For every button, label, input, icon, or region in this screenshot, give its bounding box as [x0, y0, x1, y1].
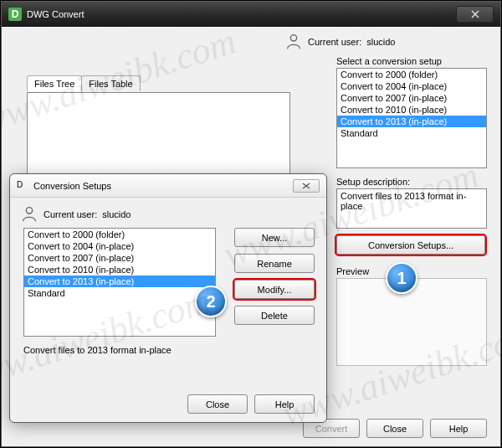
svg-point-0: [290, 35, 296, 41]
list-item[interactable]: Convert to 2007 (in-place): [337, 92, 486, 104]
modify-button[interactable]: Modify...: [234, 280, 315, 299]
list-item[interactable]: Convert to 2000 (folder): [337, 69, 486, 80]
setup-desc-box: Convert files to 2013 format in-place: [336, 188, 487, 229]
list-item[interactable]: Convert to 2007 (in-place): [24, 252, 215, 264]
dialog-close-button[interactable]: [293, 179, 320, 193]
titlebar[interactable]: D DWG Convert: [2, 2, 500, 27]
list-item[interactable]: Convert to 2013 (in-place): [337, 116, 486, 127]
dialog-setup-list[interactable]: Convert to 2000 (folder)Convert to 2004 …: [23, 228, 216, 337]
list-item[interactable]: Standard: [24, 287, 215, 299]
step-badge-1: 1: [386, 262, 417, 294]
current-user-label: Current user:: [44, 209, 97, 219]
new-button[interactable]: New...: [234, 228, 315, 247]
preview-box: [336, 278, 487, 366]
conversion-setup-list[interactable]: Convert to 2000 (folder)Convert to 2004 …: [336, 68, 487, 168]
close-button[interactable]: [456, 6, 494, 23]
list-item[interactable]: Standard: [337, 127, 486, 139]
user-icon: [20, 204, 38, 224]
list-item[interactable]: Convert to 2000 (folder): [24, 229, 215, 240]
dialog-desc-text: Convert files to 2013 format in-place: [23, 345, 172, 355]
dialog-titlebar[interactable]: D Conversion Setups: [10, 174, 326, 198]
tab-files-tree[interactable]: Files Tree: [27, 75, 82, 91]
svg-point-1: [26, 208, 32, 214]
app-icon: D: [17, 180, 28, 192]
step-badge-2: 2: [195, 286, 227, 317]
tab-files-table[interactable]: Files Table: [81, 75, 140, 91]
rename-button[interactable]: Rename: [234, 254, 315, 273]
help-button-main[interactable]: Help: [430, 419, 487, 438]
setup-desc-label: Setup description:: [336, 177, 487, 187]
user-icon: [284, 32, 303, 52]
close-x-icon: [302, 183, 310, 189]
current-user-value: slucido: [366, 37, 395, 47]
list-item[interactable]: Convert to 2010 (in-place): [337, 104, 486, 116]
list-item[interactable]: Convert to 2013 (in-place): [24, 275, 215, 287]
dialog-help-btn[interactable]: Help: [254, 394, 315, 414]
dialog-close-btn[interactable]: Close: [187, 394, 248, 414]
delete-button[interactable]: Delete: [234, 306, 315, 325]
list-item[interactable]: Convert to 2004 (in-place): [24, 240, 215, 252]
list-item[interactable]: Convert to 2004 (in-place): [337, 80, 486, 92]
current-user-label: Current user:: [308, 37, 361, 47]
dialog-title: Conversion Setups: [33, 181, 111, 191]
select-setup-label: Select a conversion setup: [336, 56, 487, 66]
conversion-setups-dialog: D Conversion Setups Current user: slucid…: [9, 173, 327, 423]
conversion-setups-button[interactable]: Conversion Setups...: [336, 235, 485, 255]
app-icon: D: [8, 8, 22, 21]
current-user-value: slucido: [102, 209, 131, 219]
close-x-icon: [471, 10, 479, 18]
window-title: DWG Convert: [27, 9, 84, 19]
list-item[interactable]: Convert to 2010 (in-place): [24, 264, 215, 275]
close-button-main[interactable]: Close: [366, 419, 423, 438]
